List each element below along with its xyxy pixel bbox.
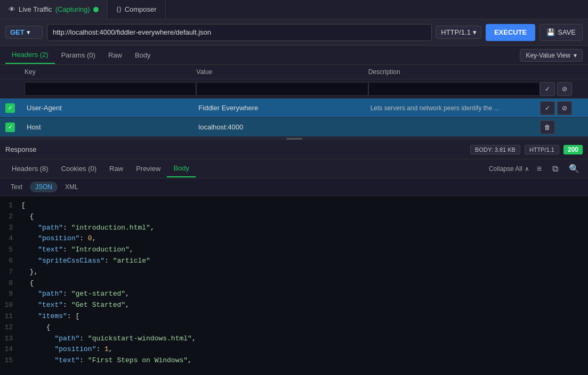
resp-copy-btn[interactable]: ⧉ (549, 163, 561, 175)
user-agent-desc-col: Lets servers and network peers identify … (368, 104, 540, 112)
chevron-down-icon: ▾ (27, 28, 30, 36)
host-desc-col (368, 123, 540, 131)
view-selector-dropdown[interactable]: Key-Value View ▾ (520, 49, 583, 62)
host-key: Host (25, 123, 43, 131)
user-agent-value-col: Fiddler Everywhere (196, 104, 368, 112)
col-key-header: Key (25, 68, 196, 76)
empty-key-col[interactable] (25, 82, 196, 96)
code-line-7: 7 }, (0, 267, 588, 278)
save-label: SAVE (558, 28, 576, 36)
live-traffic-tab[interactable]: 👁 Live Traffic (Capturing) (0, 0, 108, 19)
code-line-5: 5 "text": "Introduction", (0, 244, 588, 256)
fmt-json-label: JSON (35, 183, 52, 191)
user-agent-checkbox[interactable]: ✓ (5, 103, 15, 113)
tab-params[interactable]: Params (0) (55, 47, 102, 63)
host-value-col: localhost:4000 (196, 123, 368, 131)
view-selector-label: Key-Value View (526, 52, 570, 59)
tab-raw-label: Raw (108, 51, 122, 59)
resp-actions: Collapse All ∧ ≡ ⧉ 🔍 (489, 162, 583, 175)
chevron-down-icon: ▾ (473, 28, 477, 36)
new-desc-input[interactable] (368, 82, 540, 96)
resp-search-btn[interactable]: 🔍 (566, 162, 583, 175)
code-line-13: 13 "path": "quickstart-windows.html", (0, 333, 588, 345)
header-row-user-agent[interactable]: ✓ User-Agent Fiddler Everywhere Lets ser… (0, 99, 588, 118)
chevron-down-icon: ▾ (574, 52, 577, 59)
header-empty-row: ✓ ⊘ (0, 79, 588, 99)
fmt-xml-label: XML (65, 183, 78, 191)
tab-bar: 👁 Live Traffic (Capturing) ⟨⟩ Composer (0, 0, 588, 19)
host-checkbox[interactable]: ✓ (5, 123, 15, 132)
empty-value-col[interactable] (196, 82, 368, 96)
code-line-8: 8 { (0, 278, 588, 289)
method-dropdown[interactable]: GET ▾ (5, 26, 43, 39)
empty-actions-col: ✓ ⊘ (540, 82, 583, 96)
host-desc (368, 124, 373, 131)
user-agent-key: User-Agent (25, 104, 64, 112)
http-version-dropdown[interactable]: HTTP/1.1 ▾ (436, 26, 481, 39)
user-agent-check-btn[interactable]: ✓ (540, 101, 555, 115)
resp-cookies-label: Cookies (0) (61, 165, 96, 173)
host-checkbox-col: ✓ (5, 123, 25, 132)
execute-button[interactable]: EXECUTE (486, 24, 535, 41)
tab-body[interactable]: Body (128, 47, 157, 63)
code-line-9: 9 "path": "get-started", (0, 289, 588, 300)
user-agent-cancel-btn[interactable]: ⊘ (557, 101, 572, 115)
fmt-tab-json[interactable]: JSON (30, 182, 58, 192)
user-agent-checkbox-col: ✓ (5, 103, 25, 113)
header-row-host[interactable]: ✓ Host localhost:4000 🗑 (0, 118, 588, 137)
host-delete-btn[interactable]: 🗑 (540, 120, 555, 134)
resp-preview-label: Preview (136, 165, 160, 173)
col-value-header: Value (196, 68, 368, 76)
user-agent-desc: Lets servers and network peers identify … (368, 104, 502, 112)
resp-tab-preview[interactable]: Preview (130, 160, 167, 177)
check-action-btn[interactable]: ✓ (540, 82, 555, 96)
method-label: GET (10, 28, 25, 36)
resp-body-label: Body (173, 164, 189, 172)
cancel-action-btn[interactable]: ⊘ (557, 82, 572, 96)
resp-tab-cookies[interactable]: Cookies (0) (55, 160, 103, 177)
save-button[interactable]: 💾 SAVE (539, 24, 583, 41)
host-value: localhost:4000 (196, 123, 245, 131)
format-tabs: Text JSON XML (0, 178, 588, 196)
new-value-input[interactable] (196, 82, 368, 96)
response-header: Response BODY: 3.81 KB HTTP/1.1 200 (0, 140, 588, 159)
capturing-dot (93, 7, 99, 12)
code-line-6: 6 "spriteCssClass": "article" (0, 256, 588, 267)
composer-label: Composer (125, 5, 157, 13)
response-title: Response (5, 145, 37, 153)
save-icon: 💾 (546, 28, 555, 36)
code-area[interactable]: 1 [ 2 { 3 "path": "introduction.html", 4… (0, 196, 588, 375)
fmt-tab-xml[interactable]: XML (60, 182, 84, 192)
url-input[interactable] (47, 24, 432, 41)
code-line-11: 11 "items": [ (0, 311, 588, 322)
new-key-input[interactable] (25, 82, 196, 96)
composer-tab[interactable]: ⟨⟩ Composer (108, 0, 166, 19)
headers-table: Key Value Description ✓ ⊘ ✓ User-Agent (0, 65, 588, 137)
tab-headers[interactable]: Headers (2) (5, 46, 55, 64)
user-agent-actions-col: ✓ ⊘ (540, 101, 583, 115)
tab-params-label: Params (0) (61, 51, 95, 59)
resp-headers-label: Headers (8) (12, 165, 49, 173)
code-line-4: 4 "position": 0, (0, 233, 588, 244)
chevron-up-icon: ∧ (525, 165, 529, 173)
code-line-14: 14 "position": 1, (0, 344, 588, 355)
tab-raw[interactable]: Raw (102, 47, 128, 63)
empty-desc-col[interactable] (368, 82, 540, 96)
col-desc-header: Description (368, 68, 540, 76)
body-size-badge: BODY: 3.81 KB (470, 145, 520, 154)
fmt-tab-text[interactable]: Text (5, 182, 28, 192)
resize-dots (286, 138, 302, 140)
live-traffic-label: Live Traffic (19, 5, 52, 13)
composer-icon: ⟨⟩ (116, 5, 122, 13)
code-line-15: 15 "text": "First Steps on Windows", (0, 355, 588, 366)
http-version-badge: HTTP/1.1 (525, 145, 559, 154)
tab-headers-label: Headers (2) (12, 51, 49, 59)
resp-tab-headers[interactable]: Headers (8) (5, 160, 55, 177)
resp-tab-raw[interactable]: Raw (103, 160, 130, 177)
resp-tab-body[interactable]: Body (167, 160, 196, 177)
response-tabs: Headers (8) Cookies (0) Raw Preview Body… (0, 159, 588, 178)
headers-column-row: Key Value Description (0, 65, 588, 79)
collapse-all-btn[interactable]: Collapse All ∧ (489, 165, 529, 173)
resp-format-btn[interactable]: ≡ (534, 163, 545, 175)
collapse-all-label: Collapse All (489, 165, 522, 173)
